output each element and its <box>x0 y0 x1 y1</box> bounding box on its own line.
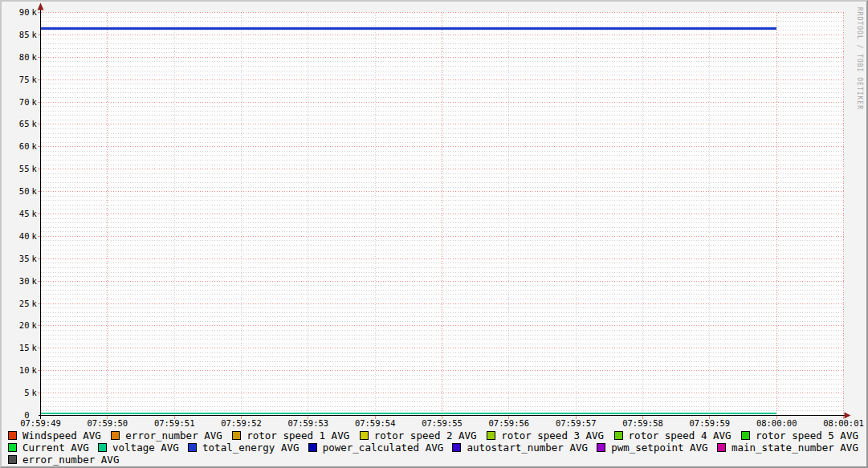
legend-label: error_number AVG <box>125 429 222 442</box>
svg-text:07:59:50: 07:59:50 <box>88 418 128 428</box>
svg-text:k: k <box>32 141 38 151</box>
legend-swatch-icon <box>8 443 17 452</box>
legend-row: Current AVGvoltage AVGtotal_energy AVGpo… <box>8 442 858 454</box>
legend-swatch-icon <box>741 431 750 440</box>
legend-swatch-icon <box>487 431 495 440</box>
svg-text:07:59:52: 07:59:52 <box>221 418 262 428</box>
svg-text:k: k <box>32 7 38 17</box>
svg-text:07:59:53: 07:59:53 <box>288 418 329 428</box>
legend-item-error-number-avg: error_number AVG <box>111 429 222 442</box>
legend-label: pwm_setpoint AVG <box>611 442 707 454</box>
legend-label: main_state_number AVG <box>731 442 858 454</box>
svg-text:k: k <box>32 186 38 196</box>
svg-text:07:59:58: 07:59:58 <box>622 418 663 428</box>
legend-item-pwm-setpoint-avg: pwm_setpoint AVG <box>597 442 707 454</box>
legend-swatch-icon <box>360 431 369 440</box>
svg-text:k: k <box>32 231 38 241</box>
legend-swatch-icon <box>188 443 197 452</box>
svg-text:65: 65 <box>19 119 30 128</box>
svg-text:45: 45 <box>19 209 30 218</box>
legend-label: error_number AVG <box>22 454 119 466</box>
svg-text:75: 75 <box>19 75 30 84</box>
legend-swatch-icon <box>452 443 461 452</box>
legend-item-current-avg: Current AVG <box>8 442 89 454</box>
svg-text:k: k <box>32 119 38 128</box>
legend-item-total-energy-avg: total_energy AVG <box>188 442 299 454</box>
legend-swatch-icon <box>717 443 726 452</box>
legend-item-error-number-avg: error_number AVG <box>8 454 119 466</box>
svg-text:k: k <box>32 365 38 375</box>
svg-text:k: k <box>32 299 38 308</box>
svg-text:k: k <box>32 164 38 173</box>
legend-swatch-icon <box>8 431 17 440</box>
legend-row: Windspeed AVGerror_number AVGrotor speed… <box>8 429 858 442</box>
legend-swatch-icon <box>111 431 120 440</box>
svg-text:90: 90 <box>19 7 30 17</box>
graph-plot-area: 05k10k15k20k25k30k35k40k45k50k55k60k65k7… <box>2 2 866 429</box>
svg-text:k: k <box>32 97 38 107</box>
legend-item-voltage-avg: voltage AVG <box>98 442 179 454</box>
svg-text:07:59:49: 07:59:49 <box>20 418 61 428</box>
legend-label: power_calculated AVG <box>323 442 444 454</box>
legend-label: rotor speed 4 AVG <box>629 429 731 442</box>
legend-label: rotor speed 3 AVG <box>501 429 604 442</box>
legend-swatch-icon <box>98 443 107 452</box>
legend-swatch-icon <box>308 443 317 452</box>
legend-swatch-icon <box>8 455 17 464</box>
legend-item-rotor-speed-1-avg: rotor speed 1 AVG <box>232 429 349 442</box>
legend-row: error_number AVG <box>8 454 858 466</box>
legend-label: autostart_number AVG <box>467 442 588 454</box>
legend-label: rotor speed 1 AVG <box>247 429 349 442</box>
rrdtool-graph: 05k10k15k20k25k30k35k40k45k50k55k60k65k7… <box>0 0 868 468</box>
svg-text:07:59:54: 07:59:54 <box>355 418 396 428</box>
svg-text:07:59:56: 07:59:56 <box>489 418 530 428</box>
svg-text:25: 25 <box>19 299 30 308</box>
svg-text:08:00:00: 08:00:00 <box>756 418 797 428</box>
svg-text:35: 35 <box>19 254 30 263</box>
legend-label: Current AVG <box>22 442 89 454</box>
svg-text:60: 60 <box>19 141 30 151</box>
svg-text:5: 5 <box>24 388 29 397</box>
svg-text:30: 30 <box>19 276 30 286</box>
svg-text:85: 85 <box>19 30 30 39</box>
svg-text:55: 55 <box>19 164 30 173</box>
legend-swatch-icon <box>614 431 623 440</box>
svg-text:k: k <box>32 388 38 397</box>
svg-text:k: k <box>32 320 38 330</box>
legend-item-main-state-number-avg: main_state_number AVG <box>717 442 858 454</box>
svg-text:07:59:55: 07:59:55 <box>422 418 463 428</box>
svg-text:20: 20 <box>19 320 30 330</box>
legend-label: voltage AVG <box>112 442 179 454</box>
rrdtool-watermark: RRDTOOL / TOBI OETIKER <box>856 7 863 110</box>
svg-text:07:59:51: 07:59:51 <box>154 418 195 428</box>
svg-text:07:59:57: 07:59:57 <box>556 418 597 428</box>
svg-text:07:59:59: 07:59:59 <box>690 418 731 428</box>
legend-swatch-icon <box>232 431 241 440</box>
legend-label: rotor speed 5 AVG <box>756 429 858 442</box>
graph-legend: Windspeed AVGerror_number AVGrotor speed… <box>2 429 866 466</box>
svg-text:k: k <box>32 52 38 62</box>
legend-label: rotor speed 2 AVG <box>374 429 477 442</box>
legend-item-power-calculated-avg: power_calculated AVG <box>308 442 444 454</box>
legend-item-rotor-speed-3-avg: rotor speed 3 AVG <box>487 429 604 442</box>
svg-text:k: k <box>32 276 38 286</box>
svg-text:k: k <box>32 254 38 263</box>
legend-label: Windspeed AVG <box>22 429 101 442</box>
svg-text:40: 40 <box>19 231 30 241</box>
legend-swatch-icon <box>597 443 605 452</box>
legend-item-autostart-number-avg: autostart_number AVG <box>452 442 588 454</box>
svg-text:10: 10 <box>19 365 30 375</box>
svg-text:08:00:01: 08:00:01 <box>823 418 864 428</box>
legend-label: total_energy AVG <box>202 442 299 454</box>
legend-item-rotor-speed-4-avg: rotor speed 4 AVG <box>614 429 731 442</box>
svg-text:k: k <box>32 209 38 218</box>
svg-text:k: k <box>32 343 38 352</box>
legend-item-rotor-speed-2-avg: rotor speed 2 AVG <box>360 429 477 442</box>
svg-text:15: 15 <box>19 343 30 352</box>
legend-item-windspeed-avg: Windspeed AVG <box>8 429 101 442</box>
svg-text:k: k <box>32 30 38 39</box>
svg-text:50: 50 <box>19 186 30 196</box>
svg-text:70: 70 <box>19 97 30 107</box>
svg-text:k: k <box>32 75 38 84</box>
legend-item-rotor-speed-5-avg: rotor speed 5 AVG <box>741 429 858 442</box>
